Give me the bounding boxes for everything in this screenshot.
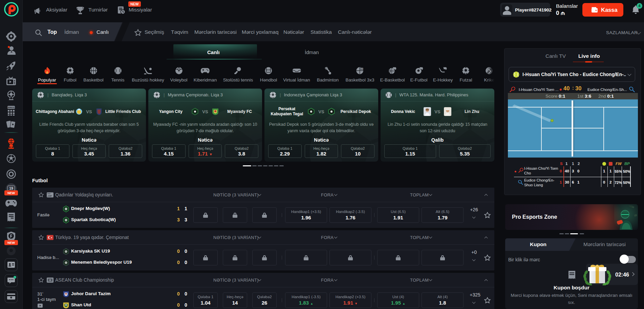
svg-text:BINGO: BINGO — [8, 106, 15, 109]
svg-text:3X3: 3X3 — [360, 68, 363, 70]
